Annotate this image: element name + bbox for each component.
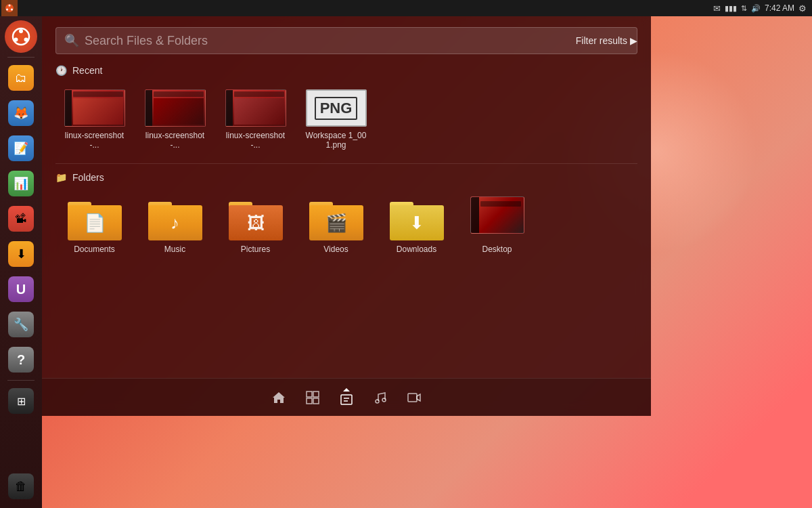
- sidebar-separator-2: [7, 380, 35, 381]
- home-icon: [271, 390, 286, 405]
- folder-item-documents[interactable]: 📄 Documents: [55, 191, 133, 259]
- sidebar-item-writer[interactable]: 📝: [5, 132, 37, 165]
- bottom-home-button[interactable]: [271, 390, 286, 405]
- sidebar: 🗂 🦊 📝 📊 📽 ⬇ U: [0, 16, 42, 508]
- install-icon: ⬇: [8, 241, 34, 267]
- bottom-files-button[interactable]: [339, 388, 354, 407]
- svg-point-16: [376, 400, 379, 403]
- svg-point-17: [382, 398, 386, 402]
- filter-arrow-icon: ▶: [630, 35, 637, 46]
- folder-item-videos[interactable]: 🎬 Videos: [297, 191, 375, 259]
- svg-point-5: [19, 29, 23, 33]
- topbar-ubuntu-icon[interactable]: [1, 0, 18, 16]
- recent-label: Recent: [72, 65, 102, 76]
- firefox-icon: 🦊: [8, 100, 34, 126]
- files-icon: 🗂: [8, 65, 34, 91]
- envelope-icon[interactable]: ✉: [713, 3, 721, 14]
- recent-file-item-1[interactable]: linux-screenshot-...: [55, 84, 133, 155]
- sidebar-item-unotool[interactable]: U: [5, 273, 37, 305]
- folder-item-music[interactable]: ♪ Music: [136, 191, 214, 259]
- volume-icon[interactable]: 🔊: [751, 4, 761, 13]
- folder-name-documents: Documents: [74, 245, 115, 254]
- settings-icon[interactable]: ⚙: [798, 3, 807, 14]
- folder-item-desktop[interactable]: Desktop: [458, 191, 536, 259]
- search-row: 🔍 Filter results ▶: [42, 16, 651, 60]
- screenshot-thumb-2: [145, 89, 206, 127]
- folders-grid: 📄 Documents ♪ Music 🖼 Pictures: [42, 186, 651, 265]
- sidebar-item-trash[interactable]: 🗑: [5, 470, 37, 503]
- dash-bottom-bar: [42, 378, 651, 416]
- svg-point-6: [24, 38, 28, 42]
- network-icon: ⇅: [741, 4, 747, 13]
- system-tools-icon: 🔧: [8, 312, 34, 337]
- video-bottom-icon: [407, 390, 422, 405]
- folders-section-header: 📁 Folders: [42, 169, 651, 186]
- sidebar-item-ubuntu[interactable]: [5, 20, 37, 53]
- battery-icon: ▮▮▮: [725, 4, 737, 13]
- pictures-folder-icon: 🖼: [229, 196, 283, 240]
- calc-icon: 📊: [8, 171, 34, 196]
- recent-file-name-2: linux-screenshot-...: [141, 131, 208, 150]
- sidebar-item-install[interactable]: ⬇: [5, 238, 37, 270]
- svg-point-1: [9, 5, 11, 7]
- sidebar-item-workspace[interactable]: ⊞: [5, 385, 37, 417]
- documents-folder-icon: 📄: [68, 196, 122, 240]
- filter-results-button[interactable]: Filter results ▶: [576, 35, 637, 46]
- sidebar-item-calc[interactable]: 📊: [5, 167, 37, 200]
- svg-point-3: [6, 9, 8, 11]
- topbar-right: ✉ ▮▮▮ ⇅ 🔊 7:42 AM ⚙: [713, 3, 807, 14]
- files-bottom-icon: [339, 392, 354, 407]
- downloads-folder-icon: ⬇: [390, 196, 444, 240]
- applications-icon: [305, 390, 320, 405]
- screenshot-thumb-3: [225, 89, 286, 127]
- sidebar-item-system-tools[interactable]: 🔧: [5, 308, 37, 341]
- folder-item-pictures[interactable]: 🖼 Pictures: [217, 191, 294, 259]
- bottom-music-button[interactable]: [373, 390, 388, 405]
- unotool-icon: U: [8, 276, 34, 302]
- sidebar-item-files[interactable]: 🗂: [5, 62, 37, 94]
- workspace-icon: ⊞: [8, 388, 34, 414]
- bottom-applications-button[interactable]: [305, 390, 320, 405]
- folders-label: Folders: [72, 172, 104, 183]
- folder-name-videos: Videos: [323, 245, 348, 254]
- music-folder-icon: ♪: [148, 196, 202, 240]
- sidebar-item-firefox[interactable]: 🦊: [5, 97, 37, 129]
- impress-icon: 📽: [8, 206, 34, 232]
- clock-icon: 🕐: [55, 65, 67, 76]
- folder-item-downloads[interactable]: ⬇ Downloads: [378, 191, 455, 259]
- recent-section-header: 🕐 Recent: [42, 62, 651, 79]
- recent-files-grid: linux-screenshot-... linux-screenshot-..…: [42, 79, 651, 161]
- sidebar-item-unknown[interactable]: ?: [5, 343, 37, 376]
- ubuntu-topbar-svg: [5, 3, 14, 13]
- topbar-time: 7:42 AM: [765, 3, 794, 13]
- svg-rect-12: [313, 398, 319, 404]
- trash-icon: 🗑: [8, 473, 34, 499]
- svg-rect-9: [307, 391, 312, 397]
- recent-file-item-2[interactable]: linux-screenshot-...: [136, 84, 214, 155]
- recent-file-item-3[interactable]: linux-screenshot-...: [217, 84, 294, 155]
- folder-name-pictures: Pictures: [241, 245, 270, 254]
- dash-panel: 🔍 Filter results ▶ 🕐 Recent linux-screen…: [42, 16, 651, 416]
- sidebar-item-impress[interactable]: 📽: [5, 203, 37, 235]
- recent-file-name-1: linux-screenshot-...: [61, 131, 128, 150]
- svg-rect-11: [307, 398, 312, 404]
- svg-marker-8: [273, 392, 285, 403]
- search-bar[interactable]: 🔍: [55, 27, 637, 54]
- svg-rect-10: [313, 391, 319, 397]
- folder-section-icon: 📁: [55, 172, 67, 183]
- bottom-video-button[interactable]: [407, 390, 422, 405]
- search-icon: 🔍: [64, 33, 79, 48]
- folder-name-downloads: Downloads: [397, 245, 436, 254]
- music-bottom-icon: [373, 390, 388, 405]
- svg-point-2: [11, 9, 13, 11]
- search-input[interactable]: [85, 34, 629, 48]
- svg-rect-13: [341, 395, 352, 404]
- sidebar-separator-1: [7, 57, 35, 58]
- desktop-folder-icon: [470, 196, 524, 240]
- recent-file-item-4[interactable]: PNG Workspace 1_001.png: [297, 84, 375, 155]
- topbar-left: [0, 0, 18, 16]
- recent-file-name-4: Workspace 1_001.png: [302, 131, 369, 150]
- writer-icon: 📝: [8, 135, 34, 161]
- folder-name-music: Music: [164, 245, 185, 254]
- screenshot-thumb-1: [64, 89, 125, 127]
